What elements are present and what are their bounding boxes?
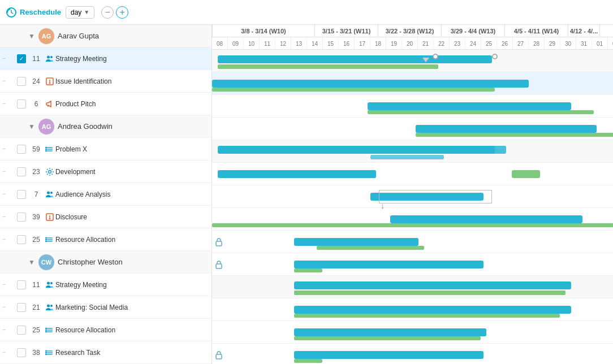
connector-box [379, 190, 492, 203]
reschedule-button[interactable]: Reschedule [6, 7, 61, 18]
checkbox-9[interactable] [17, 235, 26, 244]
svg-rect-41 [216, 264, 222, 268]
dots-menu-5[interactable]: ··· [2, 146, 15, 152]
collapse-christopher-icon[interactable]: ▼ [27, 258, 36, 267]
task-id-11: 11 [28, 281, 44, 289]
task-name-resource-1: Resource Allocation [55, 236, 209, 244]
svg-point-25 [50, 282, 53, 284]
toolbar: Reschedule day ▼ − + [0, 0, 613, 25]
gantt-row-resource-1 [212, 253, 613, 276]
collapse-andrea-icon[interactable]: ▼ [27, 122, 36, 131]
dots-menu-9[interactable]: ··· [2, 236, 15, 242]
svg-point-24 [47, 281, 50, 284]
gantt-bar [218, 170, 376, 178]
task-id-13: 25 [28, 326, 44, 334]
people-icon-2 [44, 190, 55, 199]
svg-rect-42 [216, 354, 222, 359]
svg-point-10 [46, 149, 47, 150]
day-row: 08 09 10 11 12 13 14 15 16 17 18 19 20 2… [212, 37, 613, 50]
checkbox-14[interactable] [17, 348, 26, 357]
gantt-bar [294, 328, 486, 336]
svg-point-2 [50, 56, 53, 58]
svg-point-31 [46, 328, 47, 329]
task-list: ▼ AG Aarav Gupta ··· 11 Strategy Meeting… [0, 25, 212, 364]
task-name-strategy-1: Strategy Meeting [55, 55, 209, 63]
gantt-bar [294, 291, 565, 295]
nav-plus-button[interactable]: + [116, 6, 128, 19]
avatar-christopher: CW [38, 254, 54, 270]
checkbox-5[interactable] [17, 145, 26, 154]
svg-point-39 [46, 354, 47, 355]
week-cell-w10: 3/8 - 3/14 (W10) [212, 25, 315, 37]
gantt-row-problemx [212, 163, 613, 185]
checkbox-12[interactable] [17, 303, 26, 312]
day-select-dropdown[interactable]: day ▼ [66, 6, 94, 19]
person-name-aarav: Aarav Gupta [58, 32, 99, 40]
gantt-row-issue [212, 95, 613, 118]
task-id-8: 39 [28, 213, 44, 221]
task-row-resource-1: ··· 25 Resource Allocation [0, 228, 211, 251]
day-select-value: day [71, 8, 81, 16]
gantt-bar [416, 133, 613, 137]
task-id-3: 6 [28, 100, 44, 108]
dots-menu-11[interactable]: ··· [2, 281, 15, 288]
task-name-marketing: Marketing: Social Media [55, 304, 209, 311]
milestone-1 [433, 54, 438, 59]
dots-menu-1[interactable]: ··· [2, 55, 15, 62]
svg-point-22 [46, 239, 47, 240]
dots-menu-7[interactable]: ··· [2, 191, 15, 197]
task-name-research: Research Task [55, 349, 209, 357]
list-icon-2 [44, 235, 55, 244]
gantt-row-strategy-1 [212, 72, 613, 95]
person-name-christopher: Christopher Weston [58, 258, 123, 266]
svg-point-12 [49, 170, 51, 173]
gantt-bar [294, 314, 560, 318]
checkbox-2[interactable] [17, 77, 26, 86]
gantt-bar [294, 351, 484, 359]
checkbox-11[interactable] [17, 280, 26, 289]
task-id-7: 7 [28, 190, 44, 198]
alert-square-icon-2 [44, 213, 55, 222]
task-id-14: 38 [28, 349, 44, 357]
gear-icon [44, 167, 55, 176]
dots-menu-13[interactable]: ··· [2, 327, 15, 333]
svg-point-37 [46, 350, 47, 352]
checkbox-8[interactable] [17, 213, 26, 222]
checkbox-6[interactable] [17, 167, 26, 176]
alert-square-icon-1 [44, 77, 55, 86]
checkbox-1[interactable] [17, 54, 26, 63]
collapse-aarav-icon[interactable]: ▼ [27, 32, 36, 41]
svg-point-21 [46, 237, 47, 239]
dots-menu-14[interactable]: ··· [2, 349, 15, 356]
task-row-strategy-1: ··· 11 Strategy Meeting [0, 47, 211, 70]
checkbox-13[interactable] [17, 326, 26, 335]
week-cell-w12: 3/22 - 3/28 (W12) [378, 25, 442, 37]
list-icon-3 [44, 326, 55, 335]
gantt-row-development: ↓ [212, 185, 613, 208]
gantt-bar [212, 88, 495, 92]
lock-icon-resource-2 [215, 350, 223, 361]
dots-menu-3[interactable]: ··· [2, 101, 15, 107]
svg-point-23 [46, 241, 47, 242]
checkbox-3[interactable] [17, 99, 26, 109]
dots-menu-2[interactable]: ··· [2, 78, 15, 84]
task-row-issue: ··· 24 Issue Identification [0, 70, 211, 93]
svg-point-38 [46, 352, 47, 353]
task-id-6: 23 [28, 168, 44, 176]
week-row: 3/8 - 3/14 (W10) 3/15 - 3/21 (W11) 3/22 … [212, 25, 613, 37]
gantt-bar [368, 102, 571, 110]
dots-menu-6[interactable]: ··· [2, 168, 15, 175]
task-row-problemx: ··· 59 Problem X [0, 138, 211, 161]
task-name-audience: Audience Analysis [55, 190, 209, 198]
gantt-bar [294, 268, 322, 272]
gantt-bar [218, 146, 495, 154]
checkbox-7[interactable] [17, 190, 26, 199]
dots-menu-8[interactable]: ··· [2, 214, 15, 220]
week-cell-w11: 3/15 - 3/21 (W11) [315, 25, 378, 37]
gantt-row-strategy-2 [212, 298, 613, 321]
avatar-andrea: AG [38, 119, 54, 135]
task-name-development: Development [55, 168, 209, 176]
dots-menu-12[interactable]: ··· [2, 304, 15, 310]
gantt-area[interactable]: 3/8 - 3/14 (W10) 3/15 - 3/21 (W11) 3/22 … [212, 25, 613, 364]
nav-minus-button[interactable]: − [101, 6, 114, 19]
